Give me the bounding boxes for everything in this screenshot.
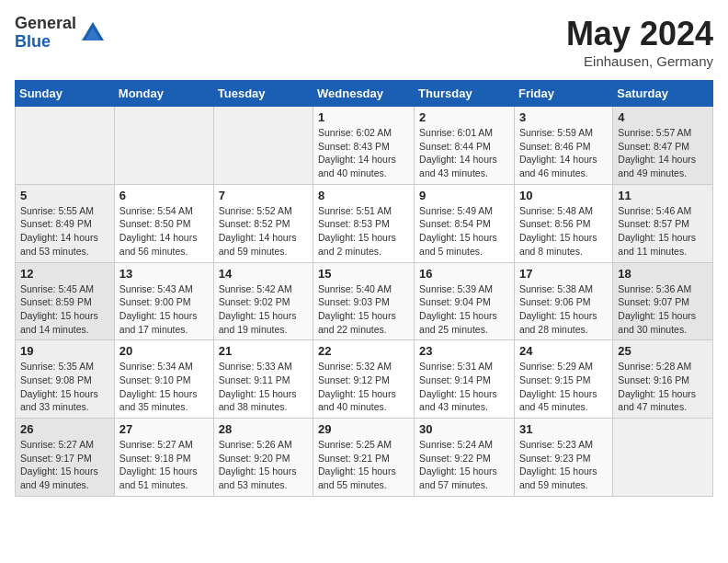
day-info: Sunrise: 6:01 AM Sunset: 8:44 PM Dayligh… xyxy=(419,126,509,180)
day-info: Sunrise: 5:32 AM Sunset: 9:12 PM Dayligh… xyxy=(318,360,409,414)
calendar-cell: 4Sunrise: 5:57 AM Sunset: 8:47 PM Daylig… xyxy=(613,107,713,185)
day-info: Sunrise: 5:35 AM Sunset: 9:08 PM Dayligh… xyxy=(20,360,109,414)
day-info: Sunrise: 5:33 AM Sunset: 9:11 PM Dayligh… xyxy=(219,360,308,414)
logo-general: General xyxy=(15,15,76,33)
day-info: Sunrise: 5:49 AM Sunset: 8:54 PM Dayligh… xyxy=(419,204,509,259)
location: Einhausen, Germany xyxy=(566,53,713,69)
calendar-cell: 13Sunrise: 5:43 AM Sunset: 9:00 PM Dayli… xyxy=(114,262,213,340)
day-number: 20 xyxy=(119,344,209,358)
calendar-cell: 6Sunrise: 5:54 AM Sunset: 8:50 PM Daylig… xyxy=(114,184,213,262)
weekday-header: Monday xyxy=(114,81,213,107)
day-number: 25 xyxy=(618,344,708,358)
day-number: 9 xyxy=(419,189,509,202)
day-info: Sunrise: 6:02 AM Sunset: 8:43 PM Dayligh… xyxy=(318,126,409,180)
calendar-cell: 18Sunrise: 5:36 AM Sunset: 9:07 PM Dayli… xyxy=(613,262,713,340)
day-number: 8 xyxy=(318,189,409,202)
weekday-header: Wednesday xyxy=(313,81,415,107)
day-info: Sunrise: 5:25 AM Sunset: 9:21 PM Dayligh… xyxy=(318,438,409,492)
calendar-cell xyxy=(213,107,313,185)
day-info: Sunrise: 5:48 AM Sunset: 8:56 PM Dayligh… xyxy=(519,204,608,259)
day-number: 28 xyxy=(219,422,308,436)
day-info: Sunrise: 5:31 AM Sunset: 9:14 PM Dayligh… xyxy=(419,360,509,414)
calendar-cell: 10Sunrise: 5:48 AM Sunset: 8:56 PM Dayli… xyxy=(514,184,612,262)
calendar-cell: 9Sunrise: 5:49 AM Sunset: 8:54 PM Daylig… xyxy=(415,184,515,262)
calendar-cell: 14Sunrise: 5:42 AM Sunset: 9:02 PM Dayli… xyxy=(213,262,313,340)
calendar-cell: 20Sunrise: 5:34 AM Sunset: 9:10 PM Dayli… xyxy=(114,340,213,419)
day-info: Sunrise: 5:42 AM Sunset: 9:02 PM Dayligh… xyxy=(219,282,308,337)
day-number: 7 xyxy=(219,189,308,202)
calendar-cell: 21Sunrise: 5:33 AM Sunset: 9:11 PM Dayli… xyxy=(213,340,313,419)
calendar-cell: 26Sunrise: 5:27 AM Sunset: 9:17 PM Dayli… xyxy=(16,419,115,497)
day-info: Sunrise: 5:57 AM Sunset: 8:47 PM Dayligh… xyxy=(618,126,708,180)
calendar-cell: 25Sunrise: 5:28 AM Sunset: 9:16 PM Dayli… xyxy=(613,340,713,419)
day-info: Sunrise: 5:39 AM Sunset: 9:04 PM Dayligh… xyxy=(419,282,509,337)
logo-icon xyxy=(80,20,106,46)
day-info: Sunrise: 5:51 AM Sunset: 8:53 PM Dayligh… xyxy=(318,204,409,259)
calendar-cell: 29Sunrise: 5:25 AM Sunset: 9:21 PM Dayli… xyxy=(313,419,415,497)
logo-blue: Blue xyxy=(15,33,76,52)
day-info: Sunrise: 5:27 AM Sunset: 9:17 PM Dayligh… xyxy=(20,438,109,492)
day-info: Sunrise: 5:26 AM Sunset: 9:20 PM Dayligh… xyxy=(219,438,308,492)
day-info: Sunrise: 5:46 AM Sunset: 8:57 PM Dayligh… xyxy=(618,204,708,259)
month-title: May 2024 xyxy=(566,15,713,53)
day-info: Sunrise: 5:45 AM Sunset: 8:59 PM Dayligh… xyxy=(20,282,109,337)
calendar-cell: 12Sunrise: 5:45 AM Sunset: 8:59 PM Dayli… xyxy=(16,262,115,340)
calendar-cell xyxy=(114,107,213,185)
calendar-cell: 5Sunrise: 5:55 AM Sunset: 8:49 PM Daylig… xyxy=(16,184,115,262)
day-info: Sunrise: 5:29 AM Sunset: 9:15 PM Dayligh… xyxy=(519,360,608,414)
weekday-header: Thursday xyxy=(415,81,515,107)
day-number: 5 xyxy=(20,189,109,202)
day-info: Sunrise: 5:38 AM Sunset: 9:06 PM Dayligh… xyxy=(519,282,608,337)
day-info: Sunrise: 5:54 AM Sunset: 8:50 PM Dayligh… xyxy=(119,204,209,259)
day-number: 24 xyxy=(519,344,608,358)
page-header: General Blue May 2024 Einhausen, Germany xyxy=(15,15,713,69)
logo: General Blue xyxy=(15,15,106,52)
calendar-week-row: 1Sunrise: 6:02 AM Sunset: 8:43 PM Daylig… xyxy=(16,107,713,185)
calendar-cell: 7Sunrise: 5:52 AM Sunset: 8:52 PM Daylig… xyxy=(213,184,313,262)
weekday-header-row: SundayMondayTuesdayWednesdayThursdayFrid… xyxy=(16,81,713,107)
calendar-week-row: 19Sunrise: 5:35 AM Sunset: 9:08 PM Dayli… xyxy=(16,340,713,419)
day-info: Sunrise: 5:40 AM Sunset: 9:03 PM Dayligh… xyxy=(318,282,409,337)
calendar-cell: 19Sunrise: 5:35 AM Sunset: 9:08 PM Dayli… xyxy=(16,340,115,419)
day-number: 15 xyxy=(318,267,409,281)
title-block: May 2024 Einhausen, Germany xyxy=(566,15,713,69)
day-number: 3 xyxy=(519,110,608,124)
calendar-cell: 11Sunrise: 5:46 AM Sunset: 8:57 PM Dayli… xyxy=(613,184,713,262)
weekday-header: Saturday xyxy=(613,81,713,107)
day-number: 1 xyxy=(318,110,409,124)
day-number: 12 xyxy=(20,267,109,281)
day-info: Sunrise: 5:23 AM Sunset: 9:23 PM Dayligh… xyxy=(519,438,608,492)
calendar-cell xyxy=(16,107,115,185)
day-number: 11 xyxy=(618,189,708,202)
day-number: 31 xyxy=(519,422,608,436)
day-info: Sunrise: 5:43 AM Sunset: 9:00 PM Dayligh… xyxy=(119,282,209,337)
calendar-cell: 28Sunrise: 5:26 AM Sunset: 9:20 PM Dayli… xyxy=(213,419,313,497)
day-number: 17 xyxy=(519,267,608,281)
calendar-cell xyxy=(613,419,713,497)
calendar-week-row: 12Sunrise: 5:45 AM Sunset: 8:59 PM Dayli… xyxy=(16,262,713,340)
calendar-cell: 15Sunrise: 5:40 AM Sunset: 9:03 PM Dayli… xyxy=(313,262,415,340)
day-info: Sunrise: 5:55 AM Sunset: 8:49 PM Dayligh… xyxy=(20,204,109,259)
day-number: 23 xyxy=(419,344,509,358)
calendar-cell: 2Sunrise: 6:01 AM Sunset: 8:44 PM Daylig… xyxy=(415,107,515,185)
calendar-table: SundayMondayTuesdayWednesdayThursdayFrid… xyxy=(15,80,713,497)
day-info: Sunrise: 5:52 AM Sunset: 8:52 PM Dayligh… xyxy=(219,204,308,259)
day-number: 10 xyxy=(519,189,608,202)
day-number: 14 xyxy=(219,267,308,281)
day-number: 18 xyxy=(618,267,708,281)
day-number: 21 xyxy=(219,344,308,358)
weekday-header: Sunday xyxy=(16,81,115,107)
calendar-cell: 31Sunrise: 5:23 AM Sunset: 9:23 PM Dayli… xyxy=(514,419,612,497)
day-number: 4 xyxy=(618,110,708,124)
calendar-cell: 3Sunrise: 5:59 AM Sunset: 8:46 PM Daylig… xyxy=(514,107,612,185)
day-info: Sunrise: 5:34 AM Sunset: 9:10 PM Dayligh… xyxy=(119,360,209,414)
calendar-cell: 16Sunrise: 5:39 AM Sunset: 9:04 PM Dayli… xyxy=(415,262,515,340)
day-info: Sunrise: 5:27 AM Sunset: 9:18 PM Dayligh… xyxy=(119,438,209,492)
weekday-header: Friday xyxy=(514,81,612,107)
calendar-week-row: 26Sunrise: 5:27 AM Sunset: 9:17 PM Dayli… xyxy=(16,419,713,497)
day-number: 16 xyxy=(419,267,509,281)
day-number: 27 xyxy=(119,422,209,436)
day-info: Sunrise: 5:24 AM Sunset: 9:22 PM Dayligh… xyxy=(419,438,509,492)
calendar-cell: 17Sunrise: 5:38 AM Sunset: 9:06 PM Dayli… xyxy=(514,262,612,340)
day-number: 26 xyxy=(20,422,109,436)
